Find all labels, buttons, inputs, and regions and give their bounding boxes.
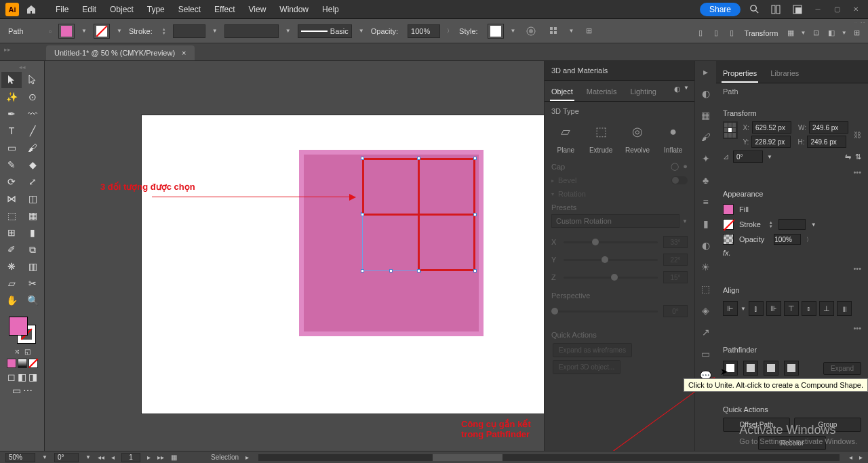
menu-help[interactable]: Help [315, 5, 346, 14]
align-icon[interactable] [546, 23, 562, 39]
perspective-slider[interactable] [551, 310, 658, 313]
artboard-nav-icon[interactable]: ▦ [171, 454, 177, 461]
align-hcenter-button[interactable]: ⫿ [749, 301, 764, 316]
curvature-tool[interactable]: 〰 [22, 106, 43, 122]
cap-off-icon[interactable]: ● [683, 162, 688, 171]
line-tool[interactable]: ╱ [22, 123, 43, 139]
canvas[interactable]: 3 đối tượng được chọn Công cụ gắn kết tr… [45, 61, 544, 451]
shape-red-square-3[interactable] [418, 214, 475, 271]
3d-type-plane[interactable]: ▱Plane [555, 121, 576, 154]
opacity-input[interactable] [408, 24, 440, 38]
fx-icon[interactable]: fx. [723, 249, 731, 257]
fill-swatch[interactable] [58, 24, 75, 39]
flip-h-icon[interactable]: ⇋ [845, 153, 851, 161]
graph-tool[interactable]: ▥ [22, 258, 43, 275]
reference-point-selector[interactable] [723, 121, 738, 139]
strip-graphic-styles-icon[interactable]: ⬚ [699, 282, 713, 296]
recolor-button[interactable]: Recolor [758, 436, 826, 450]
scroll-left-icon[interactable]: ◂ [849, 454, 852, 461]
page-next-icon[interactable]: ▸▸ [157, 454, 164, 461]
draw-inside-icon[interactable]: ◨ [28, 372, 38, 382]
transform-label[interactable]: Transform [745, 29, 778, 37]
strip-stroke-icon[interactable]: ≡ [699, 195, 713, 209]
pathfinder-intersect-button[interactable] [764, 361, 778, 376]
tab-libraries[interactable]: Libraries [769, 65, 800, 83]
tab-lighting[interactable]: Lighting [629, 83, 658, 101]
axis-Z-slider[interactable] [564, 277, 658, 279]
render-icon[interactable]: ◐ [674, 85, 681, 94]
offset-path-button[interactable]: Offset Path [723, 418, 790, 432]
crop-icon[interactable]: ◧ [826, 25, 837, 41]
align-center-icon[interactable]: ▯ [710, 25, 722, 41]
edit-toolbar-icon[interactable]: ⋯ [23, 386, 33, 395]
strip-symbols-icon[interactable]: ✦ [699, 152, 713, 165]
h-input[interactable] [807, 136, 846, 148]
rotation-section[interactable]: ▾ Rotation [545, 187, 694, 201]
group-button[interactable]: Group [794, 418, 861, 432]
search-icon[interactable] [746, 1, 762, 18]
paintbrush-tool[interactable]: 🖌 [22, 140, 43, 156]
hand-tool[interactable]: ✋ [1, 292, 22, 308]
page-prev-icon[interactable]: ◂◂ [98, 454, 104, 461]
stroke-pt-input[interactable] [778, 219, 806, 230]
align-right-icon[interactable]: ▯ [726, 25, 737, 41]
gradient-tool[interactable]: ▮ [22, 224, 43, 241]
shaper-tool[interactable]: ✎ [1, 157, 22, 173]
strip-asset-export-icon[interactable]: ↗ [699, 325, 713, 339]
width-tool[interactable]: ⋈ [1, 190, 22, 207]
y-input[interactable] [751, 136, 791, 148]
perspective-tool[interactable]: ▦ [22, 207, 43, 224]
workspace-icon[interactable] [789, 1, 806, 18]
align-bottom-button[interactable]: ⊥ [819, 301, 834, 316]
axis-Y-slider[interactable] [564, 259, 658, 261]
rectangle-tool[interactable]: ▭ [1, 140, 22, 156]
status-dropdown-icon[interactable]: ▸ [245, 454, 249, 461]
symbol-sprayer-tool[interactable]: ❋ [1, 258, 22, 275]
menu-view[interactable]: View [242, 5, 273, 14]
opacity-dropdown[interactable]: 〉 [447, 27, 452, 35]
x-input[interactable] [752, 121, 791, 134]
stroke-swatch[interactable] [94, 24, 110, 39]
axis-X-slider[interactable] [564, 241, 658, 243]
strip-swatches-icon[interactable]: ▦ [699, 108, 713, 122]
tab-close-icon[interactable]: × [182, 49, 186, 57]
expand-wireframes-button[interactable]: Expand as wireframes [553, 343, 632, 357]
w-input[interactable] [809, 121, 848, 134]
page-next-one-icon[interactable]: ▸ [147, 454, 151, 461]
3d-type-extrude[interactable]: ⬚Extrude [589, 121, 612, 154]
preset-dropdown[interactable]: Custom Rotation [551, 214, 679, 228]
tab-materials[interactable]: Materials [585, 83, 618, 101]
brush-definition[interactable]: Basic [298, 24, 352, 38]
zoom-input[interactable] [5, 453, 35, 462]
stroke-weight-input[interactable] [173, 24, 205, 38]
eraser-tool[interactable]: ◆ [22, 157, 43, 173]
pathfinder-expand-button[interactable]: Expand [823, 362, 861, 375]
menu-select[interactable]: Select [172, 5, 208, 14]
strip-transparency-icon[interactable]: ◐ [699, 239, 713, 252]
export-3d-button[interactable]: Export 3D object... [553, 360, 620, 374]
color-mode[interactable] [7, 359, 16, 368]
direct-selection-tool[interactable] [22, 72, 43, 88]
tab-object[interactable]: Object [550, 83, 574, 101]
strip-appearance-icon[interactable]: ☀ [699, 260, 713, 274]
angle-input[interactable] [733, 150, 763, 163]
slice-tool[interactable]: ✂ [22, 275, 43, 291]
scroll-right-icon[interactable]: ▸ [859, 454, 863, 461]
strip-brushes-icon[interactable]: 🖌 [699, 130, 713, 144]
menu-effect[interactable]: Effect [208, 5, 241, 14]
screen-mode-icon[interactable]: ▭ [12, 386, 22, 395]
style-swatch[interactable] [488, 24, 504, 39]
blend-tool[interactable]: ⧉ [22, 241, 43, 258]
recolor-icon[interactable] [523, 23, 539, 39]
3d-type-inflate[interactable]: ●Inflate [663, 121, 684, 154]
3d-type-revolve[interactable]: ◎Revolve [625, 121, 650, 154]
close-button[interactable]: ✕ [849, 5, 863, 14]
pen-tool[interactable]: ✒ [1, 106, 22, 122]
home-icon[interactable] [24, 3, 38, 16]
toolbar-collapse-icon[interactable]: ◂◂ [1, 64, 43, 71]
none-mode[interactable] [28, 359, 38, 368]
lasso-tool[interactable]: ⊙ [22, 89, 43, 105]
bevel-section[interactable]: ▸ Bevel [545, 174, 694, 187]
mesh-tool[interactable]: ⊞ [1, 224, 22, 241]
strip-color-icon[interactable]: ◐ [699, 87, 713, 100]
